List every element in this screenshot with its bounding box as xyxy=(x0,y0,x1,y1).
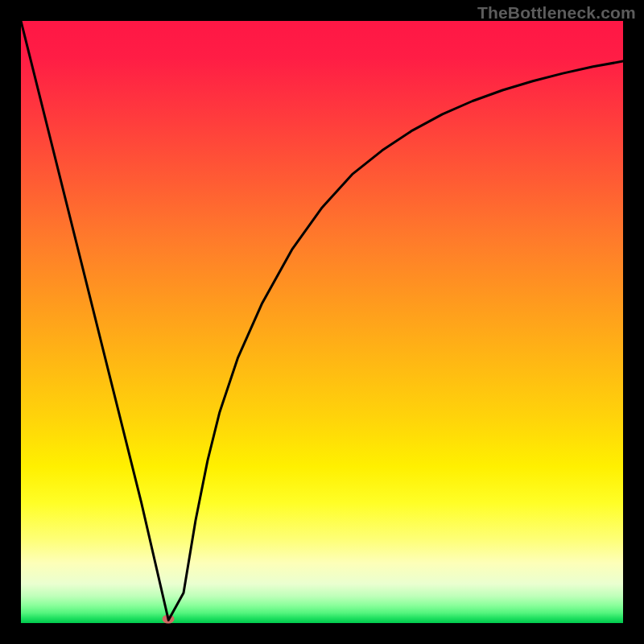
chart-frame: TheBottleneck.com xyxy=(0,0,644,644)
watermark-text: TheBottleneck.com xyxy=(477,3,636,23)
bottleneck-curve xyxy=(21,21,623,623)
plot-area xyxy=(21,21,623,623)
curve-path xyxy=(21,21,623,620)
